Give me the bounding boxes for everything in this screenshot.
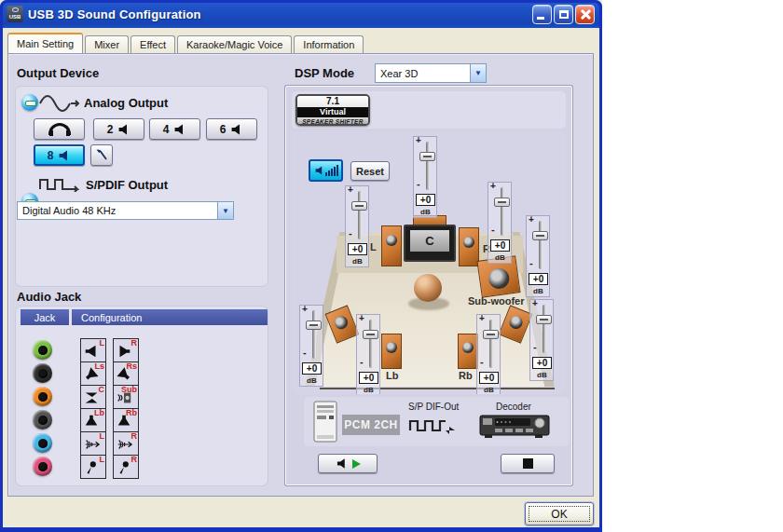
play-test-button[interactable] — [318, 454, 378, 473]
spdif-format-dropdown[interactable]: Digital Audio 48 KHz ▼ — [17, 201, 234, 220]
front-left-speaker — [381, 225, 402, 266]
config-line-in-left[interactable]: L — [80, 431, 106, 456]
speaker-icon — [57, 149, 71, 162]
headphone-output-button[interactable] — [34, 118, 85, 140]
dsp-mode-label: DSP Mode — [295, 66, 354, 80]
config-back-right[interactable]: Rb — [113, 408, 139, 432]
tab-information[interactable]: Information — [294, 35, 364, 53]
master-volume-button[interactable] — [309, 159, 343, 182]
speaker-icon — [116, 343, 132, 360]
slider-thumb[interactable] — [351, 201, 367, 211]
config-center[interactable]: C — [80, 385, 106, 409]
back-left-speaker — [381, 334, 402, 369]
sine-wave-icon — [39, 92, 82, 113]
config-back-left[interactable]: Lb — [80, 408, 106, 432]
maximize-button[interactable] — [554, 5, 573, 24]
minimize-icon — [537, 17, 544, 20]
jack-column-header: Jack — [21, 309, 69, 325]
4-speaker-output-button[interactable]: 4 — [149, 118, 200, 140]
square-wave-icon — [39, 177, 84, 192]
dsp-mode-dropdown[interactable]: Xear 3D ▼ — [375, 63, 487, 83]
usb-app-icon: USB — [7, 6, 23, 22]
decoder-label: Decoder — [496, 402, 531, 412]
chevron-down-icon[interactable]: ▼ — [470, 64, 486, 82]
gray-jack-indicator — [33, 410, 52, 430]
slider-thumb[interactable] — [494, 198, 510, 207]
slider-thumb[interactable] — [536, 315, 552, 324]
2-speaker-output-button[interactable]: 2 — [93, 118, 144, 140]
dsp-panel-frame: 7.1 Virtual SPEAKER SHIFTER C — [285, 86, 572, 485]
6-speaker-output-button[interactable]: 6 — [206, 118, 257, 140]
microphone-icon — [116, 459, 132, 476]
pc-tower-icon — [313, 401, 337, 443]
tab-strip: Main Setting Mixer Effect Karaoke/Magic … — [7, 34, 365, 53]
usb-3d-sound-configuration-window: USB USB 3D Sound Configuration Main Sett… — [0, 0, 602, 532]
scene-baseline — [320, 388, 555, 389]
tab-main-setting[interactable]: Main Setting — [7, 33, 83, 53]
tab-karaoke-magic-voice[interactable]: Karaoke/Magic Voice — [177, 35, 292, 53]
8-speaker-output-button-active[interactable]: 8 — [34, 144, 85, 166]
blue-jack-indicator — [33, 433, 52, 453]
headphone-icon — [48, 123, 71, 135]
volume-slider-back-right[interactable]: +-+0dB — [476, 314, 501, 394]
slider-thumb[interactable] — [483, 330, 499, 339]
spdif-format-value: Digital Audio 48 KHz — [18, 202, 217, 219]
tab-mixer[interactable]: Mixer — [85, 35, 129, 53]
speaker-settings-button[interactable] — [90, 144, 113, 166]
slider-thumb[interactable] — [363, 330, 378, 339]
speaker-icon — [229, 123, 243, 136]
config-surround-left[interactable]: Ls — [80, 361, 106, 386]
analog-output-label: Analog Output — [84, 96, 168, 110]
config-mic-right[interactable]: R — [113, 455, 139, 479]
config-subwoofer[interactable]: Sub — [113, 385, 139, 409]
stop-test-button[interactable] — [501, 454, 555, 473]
center-label: C — [410, 230, 449, 252]
pink-jack-indicator — [33, 457, 52, 476]
title-bar[interactable]: USB USB 3D Sound Configuration — [0, 0, 602, 28]
volume-bars-icon — [325, 165, 338, 176]
volume-slider-back-left[interactable]: +-+0dB — [356, 314, 380, 394]
speaker-icon — [83, 343, 100, 360]
reset-button[interactable]: Reset — [350, 161, 390, 181]
play-icon — [352, 459, 361, 469]
volume-slider-surround-right[interactable]: +-+0dB — [529, 299, 554, 381]
speaker-icon — [336, 457, 348, 470]
slider-thumb[interactable] — [419, 152, 435, 161]
volume-slider-center[interactable]: +-+0dB — [413, 136, 437, 218]
spdif-output-label: S/PDIF Output — [86, 178, 168, 192]
analog-output-bullet-icon[interactable] — [21, 94, 38, 111]
config-front-left[interactable]: L — [80, 338, 106, 362]
config-mic-left[interactable]: L — [80, 455, 106, 479]
close-button[interactable] — [575, 5, 595, 24]
config-front-right[interactable]: R — [113, 338, 139, 362]
slider-value: +0 — [479, 372, 499, 384]
speaker-icon — [314, 165, 324, 176]
front-left-label: L — [370, 241, 377, 252]
minimize-button[interactable] — [532, 5, 552, 24]
back-left-label: Lb — [386, 370, 398, 381]
config-line-in-right[interactable]: R — [113, 431, 139, 456]
spdif-out-label: S/P DIF-Out — [408, 402, 459, 412]
configuration-column-header: Configuration — [72, 309, 268, 325]
volume-slider-front-right[interactable]: +-+0dB — [488, 182, 512, 264]
virtual-speaker-shifter-button[interactable]: 7.1 Virtual SPEAKER SHIFTER — [295, 94, 370, 126]
black-jack-indicator — [33, 363, 52, 383]
chevron-down-icon[interactable]: ▼ — [217, 202, 233, 219]
volume-slider-subwoofer[interactable]: +-+0dB — [526, 215, 550, 297]
wrench-icon — [95, 148, 109, 162]
audio-jack-panel — [15, 306, 268, 486]
shifter-strip: 7.1 Virtual SPEAKER SHIFTER — [292, 91, 566, 129]
config-surround-right[interactable]: Rs — [113, 361, 139, 386]
listener-head — [414, 274, 442, 302]
audio-jack-heading: Audio Jack — [17, 290, 81, 304]
back-right-label: Rb — [459, 370, 473, 381]
slider-thumb[interactable] — [306, 321, 322, 330]
slider-value: +0 — [532, 357, 552, 369]
slider-thumb[interactable] — [532, 231, 548, 240]
back-right-speaker — [458, 334, 478, 369]
slider-value: +0 — [302, 362, 322, 375]
tab-effect[interactable]: Effect — [130, 35, 175, 53]
volume-slider-surround-left[interactable]: +-+0dB — [299, 305, 323, 387]
volume-slider-front-left[interactable]: +-+0dB — [345, 185, 369, 267]
ok-button[interactable]: OK — [525, 502, 594, 525]
